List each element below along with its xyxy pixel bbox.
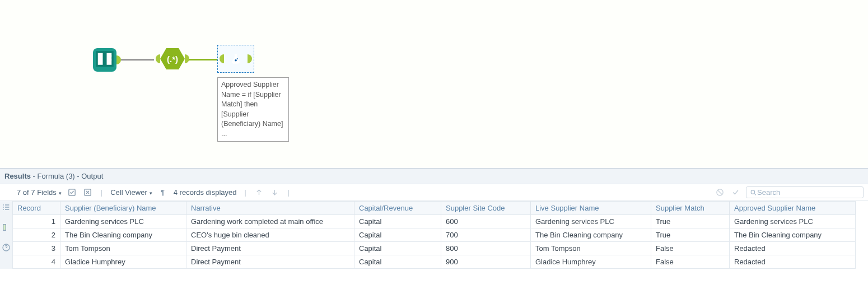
- layout-icon[interactable]: [2, 223, 11, 232]
- cell-supplier[interactable]: Gardening services PLC: [60, 215, 186, 228]
- formula-tool-node[interactable]: [217, 45, 254, 73]
- cell-site[interactable]: 800: [441, 242, 531, 255]
- cell-approved[interactable]: Redacted: [730, 255, 856, 269]
- book-icon: [93, 48, 116, 72]
- cell-match[interactable]: True: [651, 215, 730, 228]
- svg-point-0: [109, 55, 111, 57]
- cell-site[interactable]: 900: [441, 255, 531, 269]
- node-annotation[interactable]: Approved Supplier Name = if [Supplier Ma…: [217, 77, 289, 142]
- selection-outline: [217, 45, 254, 73]
- col-match[interactable]: Supplier Match: [651, 202, 730, 215]
- separator: |: [244, 188, 246, 197]
- cell-match[interactable]: False: [651, 255, 730, 269]
- cell-capr[interactable]: Capital: [354, 228, 441, 242]
- search-input[interactable]: [757, 188, 860, 197]
- separator: |: [101, 188, 102, 197]
- cell-narrative[interactable]: Gardening work completed at main office: [186, 215, 354, 228]
- table-row[interactable]: 4Gladice HumphreyDirect PaymentCapital90…: [13, 255, 856, 269]
- cell-narrative[interactable]: Direct Payment: [186, 255, 354, 269]
- connector: [186, 59, 218, 60]
- x-box-icon[interactable]: [83, 188, 93, 198]
- table-row[interactable]: 1Gardening services PLCGardening work co…: [13, 215, 856, 228]
- cell-viewer-dropdown[interactable]: Cell Viewer: [110, 188, 152, 197]
- cell-record[interactable]: 2: [13, 228, 60, 242]
- cell-capr[interactable]: Capital: [354, 242, 441, 255]
- col-capr[interactable]: Capital/Revenue: [354, 202, 441, 215]
- annotation-text: Approved Supplier Name = if [Supplier Ma…: [221, 81, 283, 138]
- flask-icon: [224, 47, 248, 71]
- pilcrow-icon[interactable]: ¶: [158, 188, 168, 198]
- svg-rect-8: [3, 225, 6, 231]
- results-table[interactable]: Record Supplier (Beneficiary) Name Narra…: [12, 201, 856, 269]
- cell-supplier[interactable]: Gladice Humphrey: [60, 255, 186, 269]
- results-subtitle: - Formula (3) - Output: [31, 172, 103, 180]
- output-port[interactable]: [116, 55, 121, 64]
- svg-point-2: [235, 59, 237, 62]
- cell-supplier[interactable]: The Bin Cleaning company: [60, 228, 186, 242]
- col-narrative[interactable]: Narrative: [186, 202, 354, 215]
- cell-live[interactable]: The Bin Cleaning company: [531, 228, 651, 242]
- cell-live[interactable]: Gladice Humphrey: [531, 255, 651, 269]
- regex-label: (.*): [167, 54, 178, 64]
- cell-match[interactable]: False: [651, 242, 730, 255]
- input-port[interactable]: [220, 54, 224, 63]
- results-header: Results - Formula (3) - Output: [0, 169, 868, 184]
- table-row[interactable]: 3Tom TompsonDirect PaymentCapital800Tom …: [13, 242, 856, 255]
- cell-capr[interactable]: Capital: [354, 255, 441, 269]
- cell-approved[interactable]: Redacted: [730, 242, 856, 255]
- col-supplier[interactable]: Supplier (Beneficiary) Name: [60, 202, 186, 215]
- cell-approved[interactable]: Gardening services PLC: [730, 215, 856, 228]
- svg-point-1: [109, 59, 111, 61]
- help-icon[interactable]: [2, 243, 11, 252]
- search-box[interactable]: [746, 186, 864, 198]
- cell-record[interactable]: 1: [13, 215, 60, 228]
- hexagon-icon: (.*): [160, 48, 185, 69]
- cell-live[interactable]: Gardening services PLC: [531, 215, 651, 228]
- arrow-up-icon[interactable]: [254, 188, 264, 198]
- cell-record[interactable]: 4: [13, 255, 60, 269]
- cancel-circle-icon[interactable]: [715, 188, 725, 198]
- cell-narrative[interactable]: CEO's huge bin cleaned: [186, 228, 354, 242]
- fields-dropdown[interactable]: 7 of 7 Fields: [17, 188, 62, 197]
- cell-narrative[interactable]: Direct Payment: [186, 242, 354, 255]
- workflow-canvas[interactable]: (.*) Approved Supplier Name = if [Suppli…: [0, 0, 868, 168]
- results-toolbar: 7 of 7 Fields | Cell Viewer ¶ 4 records …: [0, 184, 868, 201]
- col-approved[interactable]: Approved Supplier Name: [730, 202, 856, 215]
- table-row[interactable]: 2The Bin Cleaning companyCEO's huge bin …: [13, 228, 856, 242]
- arrow-down-icon[interactable]: [270, 188, 280, 198]
- side-rail: [0, 203, 12, 252]
- input-port[interactable]: [156, 54, 160, 63]
- results-panel: Results - Formula (3) - Output 7 of 7 Fi…: [0, 168, 868, 269]
- regex-tool-node[interactable]: (.*): [156, 48, 189, 69]
- check-icon[interactable]: [730, 188, 740, 198]
- results-title: Results: [4, 172, 31, 180]
- output-port[interactable]: [185, 54, 189, 63]
- col-site[interactable]: Suppler Site Code: [441, 202, 531, 215]
- cell-record[interactable]: 3: [13, 242, 60, 255]
- cell-site[interactable]: 700: [441, 228, 531, 242]
- cell-supplier[interactable]: Tom Tompson: [60, 242, 186, 255]
- list-icon[interactable]: [2, 203, 11, 212]
- cell-capr[interactable]: Capital: [354, 215, 441, 228]
- col-live[interactable]: Live Supplier Name: [531, 202, 651, 215]
- checkbox-icon[interactable]: [67, 188, 77, 198]
- cell-live[interactable]: Tom Tompson: [531, 242, 651, 255]
- records-displayed-label: 4 records displayed: [174, 188, 237, 197]
- input-tool-node[interactable]: [93, 48, 121, 72]
- col-record[interactable]: Record: [13, 202, 60, 215]
- output-port[interactable]: [248, 54, 252, 63]
- cell-site[interactable]: 600: [441, 215, 531, 228]
- table-header-row: Record Supplier (Beneficiary) Name Narra…: [13, 202, 856, 215]
- cell-approved[interactable]: The Bin Cleaning company: [730, 228, 856, 242]
- search-icon: [750, 189, 757, 197]
- cell-match[interactable]: True: [651, 228, 730, 242]
- separator: |: [288, 188, 290, 197]
- connector: [120, 59, 154, 60]
- svg-point-7: [751, 190, 755, 194]
- svg-point-3: [237, 58, 238, 59]
